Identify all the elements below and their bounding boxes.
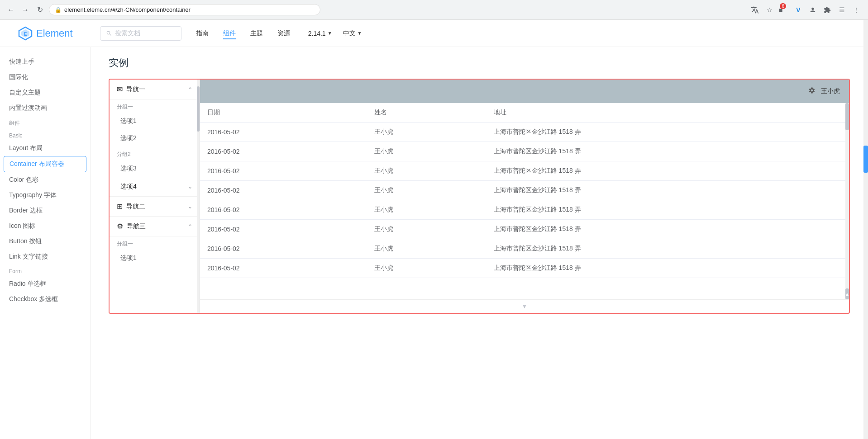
forward-button[interactable]: → bbox=[20, 5, 31, 15]
envelope-icon: ✉ bbox=[117, 85, 123, 94]
sidebar-item-container[interactable]: Container 布局容器 bbox=[4, 156, 86, 172]
table-row: 2016-05-02王小虎上海市普陀区金沙江路 1518 弄 bbox=[200, 123, 849, 142]
col-date: 日期 bbox=[200, 103, 367, 123]
svg-text:E: E bbox=[24, 32, 27, 37]
demo-container: ✉ 导航一 ⌃ 分组一 选项1 选项2 分组2 选项3 选项4 ⌄ ⊞ 导航二 … bbox=[109, 79, 850, 314]
page-scrollbar-thumb[interactable] bbox=[863, 146, 868, 173]
version-chevron-icon: ▼ bbox=[328, 31, 332, 36]
sidebar-item-transition[interactable]: 内置过渡动画 bbox=[0, 100, 90, 116]
option4-chevron-down-icon: ⌄ bbox=[188, 184, 192, 190]
demo-nav3-label: 导航三 bbox=[127, 222, 146, 231]
table-row: 2016-05-02王小虎上海市普陀区金沙江路 1518 弄 bbox=[200, 239, 849, 259]
search-placeholder: 搜索文档 bbox=[115, 29, 140, 38]
col-address: 地址 bbox=[486, 103, 849, 123]
avatar-icon[interactable] bbox=[806, 4, 819, 16]
nav-resource[interactable]: 资源 bbox=[277, 28, 290, 39]
grid-icon: ⊞ bbox=[117, 202, 123, 211]
demo-sidebar: ✉ 导航一 ⌃ 分组一 选项1 选项2 分组2 选项3 选项4 ⌄ ⊞ 导航二 … bbox=[110, 80, 200, 313]
demo-group1-title: 分组一 bbox=[110, 99, 200, 113]
scroll-down-arrow-icon[interactable]: ▼ bbox=[522, 303, 527, 310]
lang-label: 中文 bbox=[343, 29, 356, 38]
demo-main-scrollbar-thumb[interactable] bbox=[845, 103, 849, 130]
gear-icon: ⚙ bbox=[117, 222, 123, 231]
demo-main-scrollbar-track: ▲ bbox=[845, 103, 849, 299]
back-button[interactable]: ← bbox=[5, 5, 16, 15]
nav1-chevron-up-icon: ⌃ bbox=[188, 86, 192, 93]
demo-nav1-label: 导航一 bbox=[126, 85, 145, 94]
content-area: 实例 ✉ 导航一 ⌃ 分组一 选项1 选项2 分组2 选项3 选项4 ⌄ bbox=[91, 47, 868, 439]
nav-theme[interactable]: 主题 bbox=[250, 28, 263, 39]
header-nav: 指南 组件 主题 资源 bbox=[196, 28, 290, 39]
sidebar: 快速上手 国际化 自定义主题 内置过渡动画 组件 Basic Layout 布局… bbox=[0, 47, 91, 439]
lock-icon: 🔒 bbox=[55, 7, 62, 13]
sidebar-item-button[interactable]: Button 按钮 bbox=[0, 234, 90, 249]
version-label: 2.14.1 bbox=[308, 30, 326, 37]
sidebar-item-typography[interactable]: Typography 字体 bbox=[0, 188, 90, 203]
demo-sub-option2[interactable]: 选项2 bbox=[110, 130, 200, 147]
browser-toolbar-right: ☆ ■6 V ☰ ⋮ bbox=[749, 4, 863, 16]
table-row: 2016-05-02王小虎上海市普陀区金沙江路 1518 弄 bbox=[200, 161, 849, 181]
more-icon[interactable]: ⋮ bbox=[850, 4, 863, 16]
table-row: 2016-05-02王小虎上海市普陀区金沙江路 1518 弄 bbox=[200, 220, 849, 239]
demo-sub-option1[interactable]: 选项1 bbox=[110, 113, 200, 130]
bookmark-icon[interactable]: ☆ bbox=[763, 4, 776, 16]
version-selector[interactable]: 2.14.1 ▼ bbox=[308, 30, 332, 37]
sidebar-category-component: 组件 bbox=[0, 116, 90, 129]
settings-header-icon[interactable] bbox=[808, 87, 816, 96]
sidebar-category-form: Form bbox=[0, 264, 90, 276]
demo-nav3-option1[interactable]: 选项1 bbox=[110, 250, 200, 267]
profile-v-icon[interactable]: V bbox=[792, 4, 805, 16]
demo-nav3-group1-title: 分组一 bbox=[110, 236, 200, 250]
demo-sidebar-scrollbar-track bbox=[197, 80, 200, 313]
demo-sub-option3[interactable]: 选项3 bbox=[110, 160, 200, 177]
logo-icon: E bbox=[18, 26, 33, 41]
section-title: 实例 bbox=[109, 56, 850, 70]
scroll-up-btn[interactable]: ▲ bbox=[845, 288, 849, 299]
svg-point-0 bbox=[811, 7, 814, 9]
table-row: 2016-05-02王小虎上海市普陀区金沙江路 1518 弄 bbox=[200, 200, 849, 220]
main-layout: 快速上手 国际化 自定义主题 内置过渡动画 组件 Basic Layout 布局… bbox=[0, 47, 868, 439]
nav2-chevron-down-icon: ⌄ bbox=[188, 203, 192, 210]
puzzle-icon[interactable] bbox=[821, 4, 834, 16]
nav-guide[interactable]: 指南 bbox=[196, 28, 209, 39]
demo-nav1[interactable]: ✉ 导航一 ⌃ bbox=[110, 80, 200, 99]
nav3-chevron-up-icon: ⌃ bbox=[188, 223, 192, 230]
sidebar-category-basic: Basic bbox=[0, 129, 90, 141]
demo-table-container[interactable]: 日期 姓名 地址 2016-05-02王小虎上海市普陀区金沙江路 1518 弄2… bbox=[200, 103, 849, 299]
demo-sidebar-scrollbar-thumb[interactable] bbox=[197, 86, 200, 132]
extensions-icon[interactable]: ■6 bbox=[777, 4, 790, 16]
sidebar-item-color[interactable]: Color 色彩 bbox=[0, 172, 90, 188]
sidebar-item-kuaisu[interactable]: 快速上手 bbox=[0, 54, 90, 70]
demo-header-bar: 王小虎 bbox=[200, 80, 849, 103]
demo-sub-option4-label: 选项4 bbox=[120, 183, 137, 191]
sidebar-item-theme[interactable]: 自定义主题 bbox=[0, 85, 90, 100]
address-bar[interactable]: 🔒 element.eleme.cn/#/zh-CN/component/con… bbox=[49, 4, 320, 15]
sidebar-item-link[interactable]: Link 文字链接 bbox=[0, 249, 90, 264]
chat-icon[interactable]: ☰ bbox=[835, 4, 848, 16]
sidebar-item-radio[interactable]: Radio 单选框 bbox=[0, 276, 90, 292]
search-box[interactable]: 搜索文档 bbox=[100, 26, 181, 41]
demo-main: 王小虎 日期 姓名 地址 2016-05-02王小虎上海市普陀区金沙江路 151… bbox=[200, 80, 849, 313]
table-row: 2016-05-02王小虎上海市普陀区金沙江路 1518 弄 bbox=[200, 259, 849, 278]
demo-group2-title: 分组2 bbox=[110, 147, 200, 160]
demo-nav3[interactable]: ⚙ 导航三 ⌃ bbox=[110, 217, 200, 236]
sidebar-item-layout[interactable]: Layout 布局 bbox=[0, 141, 90, 156]
table-row: 2016-05-02王小虎上海市普陀区金沙江路 1518 弄 bbox=[200, 181, 849, 200]
demo-sub-option4-item[interactable]: 选项4 ⌄ bbox=[110, 177, 200, 197]
demo-nav2-label: 导航二 bbox=[126, 203, 145, 211]
lang-selector[interactable]: 中文 ▼ bbox=[343, 29, 362, 38]
nav-component[interactable]: 组件 bbox=[223, 28, 236, 39]
sidebar-item-icon[interactable]: Icon 图标 bbox=[0, 218, 90, 234]
sidebar-item-i18n[interactable]: 国际化 bbox=[0, 70, 90, 85]
sidebar-item-border[interactable]: Border 边框 bbox=[0, 203, 90, 218]
logo[interactable]: E Element bbox=[18, 26, 73, 41]
sidebar-item-checkbox[interactable]: Checkbox 多选框 bbox=[0, 292, 90, 307]
refresh-button[interactable]: ↻ bbox=[34, 5, 45, 15]
translate-icon[interactable] bbox=[749, 4, 761, 16]
table-row: 2016-05-02王小虎上海市普陀区金沙江路 1518 弄 bbox=[200, 142, 849, 161]
logo-text: Element bbox=[36, 28, 73, 39]
url-text: element.eleme.cn/#/zh-CN/component/conta… bbox=[64, 6, 191, 13]
demo-table: 日期 姓名 地址 2016-05-02王小虎上海市普陀区金沙江路 1518 弄2… bbox=[200, 103, 849, 278]
demo-nav2[interactable]: ⊞ 导航二 ⌄ bbox=[110, 197, 200, 217]
demo-header-username: 王小虎 bbox=[821, 87, 840, 95]
